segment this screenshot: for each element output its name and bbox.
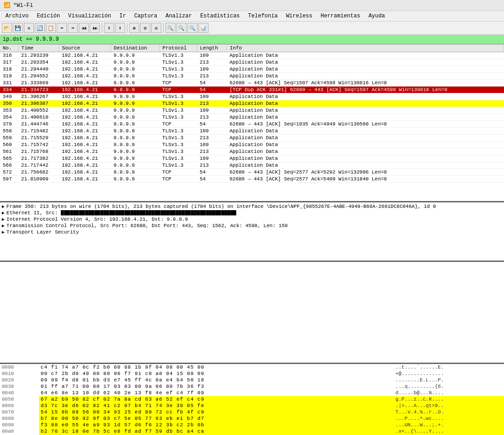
table-row[interactable]: 56021.715742192.168.4.219.9.9.9TLSv1.310… bbox=[0, 141, 504, 148]
detail-text: Ethernet II, Src: ██████████████████████… bbox=[6, 210, 236, 216]
hex-ascii: ..t....`......E. bbox=[394, 364, 504, 370]
column-header-time[interactable]: Time bbox=[18, 44, 59, 52]
detail-row[interactable]: ▶Transmission Control Protocol, Src Port… bbox=[0, 223, 504, 229]
toolbar-button[interactable]: 🔄 bbox=[35, 23, 45, 33]
toolbar-button[interactable]: ✕ bbox=[24, 23, 34, 33]
hex-bytes: b2 76 3c 18 0e 7b 5c e8 fd ad f7 59 db b… bbox=[39, 428, 394, 435]
filter-bar bbox=[0, 35, 504, 44]
toolbar-button[interactable]: ⬆ bbox=[104, 23, 114, 33]
expand-arrow-icon[interactable]: ▶ bbox=[2, 210, 5, 216]
table-row[interactable]: 55821.715482192.168.4.219.9.9.9TLSv1.310… bbox=[0, 128, 504, 135]
expand-arrow-icon[interactable]: ▶ bbox=[2, 229, 5, 235]
column-header-length[interactable]: Length bbox=[197, 44, 227, 52]
table-row[interactable]: 56121.715768192.168.4.219.9.9.9TLSv1.321… bbox=[0, 148, 504, 155]
column-header-no[interactable]: No. bbox=[0, 44, 18, 52]
expand-arrow-icon[interactable]: ▶ bbox=[2, 217, 5, 222]
table-row[interactable]: 33121.333669192.168.4.219.9.9.9TCP546268… bbox=[0, 80, 504, 87]
hex-ascii: +@.............. bbox=[394, 370, 504, 377]
toolbar-button[interactable]: 📂 bbox=[2, 23, 12, 33]
menu-item-edición[interactable]: Edición bbox=[33, 12, 63, 20]
table-row[interactable]: 34921.396267192.168.4.219.9.9.9TLSv1.310… bbox=[0, 93, 504, 100]
toolbar-button[interactable]: 🔍 bbox=[187, 23, 197, 33]
hex-ascii: .|>...A...qt>9.. bbox=[394, 402, 504, 409]
hex-ascii: ...P....^.wc.... bbox=[394, 415, 504, 422]
table-row[interactable]: 35021.396387192.168.4.219.9.9.9TLSv1.321… bbox=[0, 100, 504, 107]
hex-row: 002009 09 f4 d8 01 bb d3 e7 45 ff 4c 0a … bbox=[0, 377, 504, 383]
column-header-protocol[interactable]: Protocol bbox=[159, 44, 197, 52]
table-row[interactable]: 56521.717382192.168.4.219.9.9.9TLSv1.310… bbox=[0, 155, 504, 162]
menu-item-wireless[interactable]: Wireless bbox=[282, 12, 316, 20]
wifi-icon: 📶 bbox=[4, 2, 11, 9]
toolbar-button[interactable]: 📊 bbox=[198, 23, 208, 33]
detail-text: Internet Protocol Version 4, Src: 192.16… bbox=[6, 217, 188, 222]
detail-text: Transport Layer Security bbox=[6, 229, 79, 235]
toolbar-button[interactable]: ⊕ bbox=[129, 23, 139, 33]
hex-row: 005067 a2 b9 50 82 cf 02 7a 8a cd 63 a6 … bbox=[0, 396, 504, 402]
table-row[interactable]: 31821.294440192.168.4.219.9.9.9TLSv1.310… bbox=[0, 66, 504, 73]
hex-bytes: c4 f1 74 a7 0c f2 b0 60 88 1b 9f 04 08 0… bbox=[39, 364, 394, 370]
menu-item-ayuda[interactable]: Ayuda bbox=[365, 12, 389, 20]
table-row[interactable]: 56621.717442192.168.4.219.9.9.9TLSv1.321… bbox=[0, 162, 504, 169]
toolbar-button[interactable]: ⏭ bbox=[90, 23, 100, 33]
menu-item-captura[interactable]: Captura bbox=[131, 12, 161, 20]
hex-ascii: g.P...z..c.R.... bbox=[394, 396, 504, 402]
toolbar-button[interactable]: 🔍 bbox=[176, 23, 186, 33]
menu-item-telefonía[interactable]: Telefonía bbox=[244, 12, 281, 20]
toolbar-button[interactable]: ⊙ bbox=[151, 23, 161, 33]
column-header-destination[interactable]: Destination bbox=[111, 44, 159, 52]
hex-row: 004064 e6 8e 13 10 dd 62 40 2e 13 f8 4e … bbox=[0, 390, 504, 396]
hex-ascii: T...V.4.%..r..O. bbox=[394, 409, 504, 415]
hex-offset: 0000 bbox=[0, 364, 39, 370]
table-row[interactable]: 35421.400610192.168.4.219.9.9.9TLSv1.321… bbox=[0, 114, 504, 121]
toolbar-button[interactable]: ⏮ bbox=[79, 23, 89, 33]
table-row[interactable]: 55921.715529192.168.4.219.9.9.9TLSv1.321… bbox=[0, 135, 504, 141]
table-row[interactable]: 33421.334723192.168.4.219.9.9.9TCP54[TCP… bbox=[0, 87, 504, 93]
menu-item-estadísticas[interactable]: Estadísticas bbox=[197, 12, 243, 20]
menu-item-ir[interactable]: Ir bbox=[115, 12, 129, 20]
hex-offset: 0010 bbox=[0, 370, 39, 377]
detail-row[interactable]: ▶Internet Protocol Version 4, Src: 192.1… bbox=[0, 216, 504, 223]
table-row[interactable]: 57221.756682192.168.4.219.9.9.9TCP546268… bbox=[0, 169, 504, 176]
toolbar-separator bbox=[102, 23, 102, 33]
table-row[interactable]: 31921.294552192.168.4.219.9.9.9TLSv1.321… bbox=[0, 73, 504, 80]
detail-text: Transmission Control Protocol, Src Port:… bbox=[6, 223, 288, 228]
hex-body: 0000c4 f1 74 a7 0c f2 b0 60 88 1b 9f 04 … bbox=[0, 364, 504, 435]
table-row[interactable]: 35321.400552192.168.4.219.9.9.9TLSv1.310… bbox=[0, 107, 504, 114]
table-row[interactable]: 31721.293354192.168.4.219.9.9.9TLSv1.321… bbox=[0, 59, 504, 66]
hex-bytes: 09 09 f4 d8 01 bb d3 e7 45 ff 4c 0a e4 b… bbox=[39, 377, 394, 383]
hex-bytes: 67 a2 b9 50 82 cf 02 7a 8a cd 63 a6 52 e… bbox=[39, 396, 394, 402]
column-header-info[interactable]: Info bbox=[227, 44, 504, 52]
expand-arrow-icon[interactable]: ▶ bbox=[2, 223, 5, 228]
toolbar-separator bbox=[127, 23, 127, 33]
detail-row[interactable]: ▶Transport Layer Security bbox=[0, 229, 504, 235]
column-header-source[interactable]: Source bbox=[59, 44, 111, 52]
hex-ascii: ...UN...W...;.+. bbox=[394, 422, 504, 428]
table-row[interactable]: 31621.293239192.168.4.219.9.9.9TLSv1.310… bbox=[0, 52, 504, 59]
toolbar-button[interactable]: ⊖ bbox=[140, 23, 150, 33]
hex-bytes: 00 c7 2b d0 40 00 80 06 f7 91 c0 a8 04 1… bbox=[39, 370, 394, 377]
hex-ascii: ...q.........{6. bbox=[394, 383, 504, 390]
hex-ascii: ........E.L...P. bbox=[394, 377, 504, 383]
toolbar-button[interactable]: 💾 bbox=[13, 23, 23, 33]
toolbar-button[interactable]: ⬅ bbox=[57, 23, 67, 33]
hex-pane: 0000c4 f1 74 a7 0c f2 b0 60 88 1b 9f 04 … bbox=[0, 363, 504, 435]
hex-bytes: 01 ff a7 71 00 00 17 03 03 00 9a 06 80 7… bbox=[39, 383, 394, 390]
toolbar-button[interactable]: 🔍 bbox=[165, 23, 175, 33]
menu-item-analizar[interactable]: Analizar bbox=[162, 12, 196, 20]
detail-row[interactable]: ▶Frame 350: 213 bytes on wire (1704 bits… bbox=[0, 203, 504, 210]
table-row[interactable]: 59721.810909192.168.4.219.9.9.9TCP546268… bbox=[0, 176, 504, 183]
expand-arrow-icon[interactable]: ▶ bbox=[2, 204, 5, 209]
hex-offset: 0040 bbox=[0, 390, 39, 396]
toolbar-button[interactable]: 📋 bbox=[46, 23, 56, 33]
menu-item-herramientas[interactable]: Herramientas bbox=[317, 12, 364, 20]
table-row[interactable]: 37921.444746192.168.4.219.9.9.9TCP546268… bbox=[0, 121, 504, 128]
toolbar-button[interactable]: ⬇ bbox=[115, 23, 125, 33]
packet-list-header: No.TimeSourceDestinationProtocolLengthIn… bbox=[0, 44, 504, 52]
menu-item-visualización[interactable]: Visualización bbox=[65, 12, 115, 20]
menu-item-archivo[interactable]: Archivo bbox=[2, 12, 32, 20]
detail-row[interactable]: ▶Ethernet II, Src: █████████████████████… bbox=[0, 210, 504, 216]
hex-offset: 0060 bbox=[0, 402, 39, 409]
toolbar-button[interactable]: ➡ bbox=[68, 23, 78, 33]
hex-row: 0090f3 88 e0 55 4e a9 93 1d 57 d6 f6 12 … bbox=[0, 422, 504, 428]
filter-input[interactable] bbox=[3, 36, 140, 43]
